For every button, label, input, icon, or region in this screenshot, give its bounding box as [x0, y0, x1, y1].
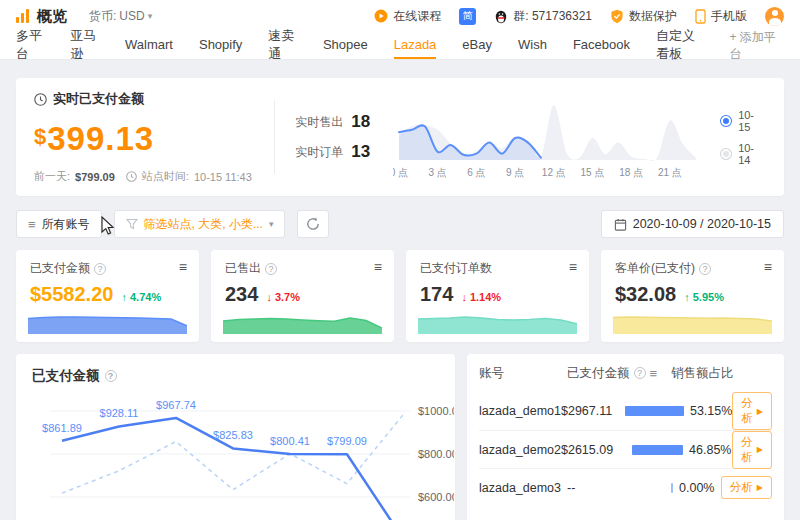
site-time-value: 10-15 11:43: [194, 171, 252, 183]
shield-check-icon: [610, 9, 624, 24]
currency-selector[interactable]: 货币: USD ▾: [89, 8, 152, 25]
qq-group-link[interactable]: 群: 571736321: [494, 8, 592, 25]
prev-day-label: 前一天:: [34, 169, 70, 184]
stat-card-delta: ↓ 3.7%: [266, 291, 300, 303]
sparkline-chart: [28, 304, 187, 334]
nav-tabs: 多平台亚马逊WalmartShopify速卖通ShopeeLazadaeBayW…: [16, 32, 704, 59]
tab-Walmart[interactable]: Walmart: [125, 32, 173, 59]
sort-menu-icon[interactable]: ≡: [650, 367, 658, 380]
svg-text:$799.09: $799.09: [327, 435, 367, 447]
stat-card-delta: ↓ 1.14%: [461, 291, 501, 303]
help-icon[interactable]: ?: [699, 263, 711, 275]
stat-card-0: 已支付金额?≡$5582.20↑ 4.74%: [16, 250, 199, 342]
header-share: 销售额占比: [671, 365, 772, 382]
stat-card-title: 已支付订单数: [420, 260, 492, 277]
chevron-down-icon: ▾: [269, 219, 274, 229]
legend-label: 10-15: [738, 109, 766, 133]
analyze-button[interactable]: 分析▶: [732, 392, 772, 430]
cell-amount: --: [567, 481, 671, 495]
tab-Wish[interactable]: Wish: [518, 32, 547, 59]
analyze-label: 分析: [741, 396, 753, 426]
language-badge[interactable]: 简: [459, 8, 476, 25]
phone-icon: [695, 9, 706, 24]
clock-icon: [126, 171, 137, 182]
play-circle-icon: [374, 9, 388, 23]
realtime-amount: $399.13: [34, 120, 274, 158]
radio-icon: [720, 148, 732, 160]
help-icon[interactable]: ?: [265, 263, 277, 275]
svg-text:18 点: 18 点: [619, 167, 643, 178]
cell-share-percent: 53.15%: [690, 404, 732, 418]
stat-card-delta: ↑ 5.95%: [684, 291, 724, 303]
share-bar: [625, 406, 683, 416]
user-avatar[interactable]: [765, 7, 784, 26]
tab-亚马逊[interactable]: 亚马逊: [71, 32, 100, 59]
stat-card-title: 已支付金额: [30, 260, 90, 277]
mobile-version-link[interactable]: 手机版: [695, 8, 747, 25]
data-protection-link[interactable]: 数据保护: [610, 8, 677, 25]
svg-text:$800.00: $800.00: [418, 448, 454, 460]
qq-penguin-icon: [494, 9, 508, 24]
stat-card-2: 已支付订单数≡174↓ 1.14%: [406, 250, 589, 342]
cell-account: lazada_demo1: [479, 404, 561, 418]
svg-text:$1000.00: $1000.00: [418, 405, 454, 417]
calendar-icon: [614, 218, 627, 231]
svg-text:15 点: 15 点: [580, 167, 604, 178]
stat-card-delta: ↑ 4.74%: [121, 291, 161, 303]
date-range-picker[interactable]: 2020-10-09 / 2020-10-15: [601, 210, 784, 238]
share-bar: [632, 445, 684, 455]
accounts-table-card: 账号 已支付金额 ? ≡ 销售额占比 lazada_demo1$2967.115…: [467, 354, 784, 520]
tab-eBay[interactable]: eBay: [462, 32, 492, 59]
help-icon[interactable]: ?: [94, 263, 106, 275]
tab-多平台[interactable]: 多平台: [16, 32, 45, 59]
card-menu-icon[interactable]: ≡: [569, 259, 577, 275]
help-icon[interactable]: ?: [634, 367, 646, 379]
cell-account: lazada_demo2: [479, 443, 561, 457]
svg-text:$825.83: $825.83: [213, 429, 253, 441]
help-icon[interactable]: ?: [105, 370, 117, 382]
bar-chart-logo-icon: [16, 9, 29, 23]
stat-card-1: 已售出?≡234↓ 3.7%: [211, 250, 394, 342]
svg-text:3 点: 3 点: [428, 167, 446, 178]
svg-text:9 点: 9 点: [505, 167, 523, 178]
site-filter-dropdown[interactable]: 筛选站点, 大类, 小类... ▾: [114, 210, 286, 238]
all-accounts-button[interactable]: ≡ 所有账号: [16, 210, 102, 238]
add-platform-button[interactable]: + 添加平台: [730, 32, 784, 59]
realtime-orders-label: 实时订单: [295, 144, 343, 161]
realtime-sold-value: 18: [351, 112, 370, 132]
currency-label: 货币:: [89, 8, 116, 25]
currency-value: USD: [119, 9, 144, 23]
svg-text:21 点: 21 点: [657, 167, 681, 178]
tab-自定义看板[interactable]: 自定义看板: [656, 32, 704, 59]
analyze-button[interactable]: 分析▶: [721, 476, 772, 499]
card-menu-icon[interactable]: ≡: [374, 259, 382, 275]
tab-Shopify[interactable]: Shopify: [199, 32, 242, 59]
stat-card-title: 已售出: [225, 260, 261, 277]
svg-text:$861.89: $861.89: [42, 422, 82, 434]
table-row: lazada_demo1$2967.1153.15%分析▶: [479, 392, 772, 430]
realtime-legend: 10-1510-14: [720, 90, 766, 184]
card-menu-icon[interactable]: ≡: [179, 259, 187, 275]
prev-day-value: $799.09: [75, 171, 115, 183]
realtime-paid-card: 实时已支付金额 $399.13 前一天: $799.09 站点时间: 10-15…: [16, 78, 784, 196]
legend-radio-10-15[interactable]: 10-15: [720, 109, 766, 133]
tab-Shopee[interactable]: Shopee: [323, 32, 368, 59]
caret-right-icon: ▶: [757, 445, 763, 454]
tab-Facebook[interactable]: Facebook: [573, 32, 630, 59]
svg-text:$967.74: $967.74: [156, 399, 196, 411]
paid-amount-trend-card: 已支付金额 ? $1000.00$800.00$600.00$861.89$92…: [16, 354, 455, 520]
card-menu-icon[interactable]: ≡: [764, 259, 772, 275]
clock-icon: [34, 93, 47, 106]
filter-bar: ≡ 所有账号 筛选站点, 大类, 小类... ▾ 2020-10-09 / 20…: [16, 210, 784, 238]
table-header-row: 账号 已支付金额 ? ≡ 销售额占比: [479, 354, 772, 392]
legend-radio-10-14[interactable]: 10-14: [720, 142, 766, 166]
cell-amount: $2967.11: [561, 404, 625, 418]
refresh-button[interactable]: [297, 210, 329, 238]
svg-text:0 点: 0 点: [393, 167, 408, 178]
cell-share-percent: 0.00%: [679, 481, 714, 495]
tab-速卖通[interactable]: 速卖通: [268, 32, 297, 59]
tab-Lazada[interactable]: Lazada: [394, 32, 437, 59]
analyze-button[interactable]: 分析▶: [732, 431, 773, 469]
stat-cards-row: 已支付金额?≡$5582.20↑ 4.74%已售出?≡234↓ 3.7%已支付订…: [16, 250, 784, 342]
online-course-link[interactable]: 在线课程: [374, 8, 441, 25]
